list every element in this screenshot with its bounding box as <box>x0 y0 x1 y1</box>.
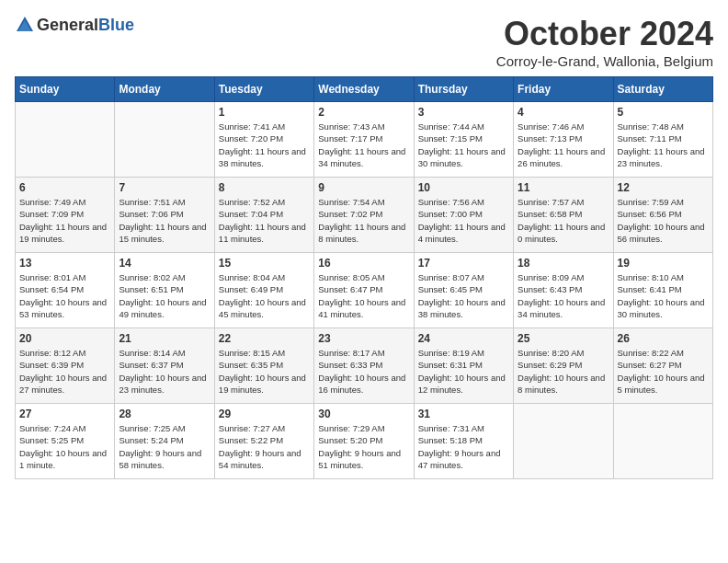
day-number: 12 <box>618 181 709 194</box>
calendar-header: SundayMondayTuesdayWednesdayThursdayFrid… <box>16 77 713 102</box>
calendar-cell: 25Sunrise: 8:20 AM Sunset: 6:29 PM Dayli… <box>514 328 613 404</box>
day-info: Sunrise: 7:24 AM Sunset: 5:25 PM Dayligh… <box>19 422 110 471</box>
day-info: Sunrise: 8:12 AM Sunset: 6:39 PM Dayligh… <box>19 347 110 396</box>
logo-icon <box>15 15 35 35</box>
calendar-cell: 13Sunrise: 8:01 AM Sunset: 6:54 PM Dayli… <box>16 253 115 328</box>
day-number: 6 <box>19 181 110 194</box>
day-info: Sunrise: 8:10 AM Sunset: 6:41 PM Dayligh… <box>618 271 709 320</box>
day-info: Sunrise: 7:44 AM Sunset: 7:15 PM Dayligh… <box>418 121 509 169</box>
day-number: 5 <box>618 106 709 119</box>
calendar-cell: 11Sunrise: 7:57 AM Sunset: 6:58 PM Dayli… <box>514 178 613 253</box>
day-info: Sunrise: 7:56 AM Sunset: 7:00 PM Dayligh… <box>418 196 509 245</box>
day-info: Sunrise: 8:07 AM Sunset: 6:45 PM Dayligh… <box>418 271 509 320</box>
day-info: Sunrise: 8:15 AM Sunset: 6:35 PM Dayligh… <box>219 347 310 396</box>
header-day-saturday: Saturday <box>613 77 712 102</box>
calendar-cell: 10Sunrise: 7:56 AM Sunset: 7:00 PM Dayli… <box>414 178 513 253</box>
day-info: Sunrise: 7:59 AM Sunset: 6:56 PM Dayligh… <box>618 196 709 245</box>
calendar-cell: 23Sunrise: 8:17 AM Sunset: 6:33 PM Dayli… <box>314 328 414 404</box>
day-number: 2 <box>318 106 409 119</box>
header-row: SundayMondayTuesdayWednesdayThursdayFrid… <box>16 77 713 102</box>
day-info: Sunrise: 8:02 AM Sunset: 6:51 PM Dayligh… <box>119 271 210 320</box>
day-number: 20 <box>19 332 110 345</box>
day-number: 1 <box>219 106 310 119</box>
day-info: Sunrise: 7:27 AM Sunset: 5:22 PM Dayligh… <box>219 422 310 471</box>
week-row-1: 1Sunrise: 7:41 AM Sunset: 7:20 PM Daylig… <box>16 102 713 178</box>
day-number: 27 <box>19 408 110 420</box>
day-number: 11 <box>518 181 609 194</box>
day-number: 4 <box>518 106 609 119</box>
calendar-cell: 9Sunrise: 7:54 AM Sunset: 7:02 PM Daylig… <box>314 178 414 253</box>
day-number: 25 <box>518 332 609 345</box>
calendar-cell <box>514 404 613 479</box>
calendar-cell: 22Sunrise: 8:15 AM Sunset: 6:35 PM Dayli… <box>214 328 313 404</box>
calendar-cell: 20Sunrise: 8:12 AM Sunset: 6:39 PM Dayli… <box>16 328 115 404</box>
day-number: 17 <box>418 257 509 270</box>
week-row-3: 13Sunrise: 8:01 AM Sunset: 6:54 PM Dayli… <box>16 253 713 328</box>
calendar-cell: 1Sunrise: 7:41 AM Sunset: 7:20 PM Daylig… <box>214 102 313 178</box>
calendar-cell: 17Sunrise: 8:07 AM Sunset: 6:45 PM Dayli… <box>414 253 513 328</box>
calendar-cell: 21Sunrise: 8:14 AM Sunset: 6:37 PM Dayli… <box>115 328 214 404</box>
day-info: Sunrise: 7:41 AM Sunset: 7:20 PM Dayligh… <box>219 121 310 169</box>
day-number: 7 <box>119 181 210 194</box>
day-number: 29 <box>219 408 310 420</box>
day-info: Sunrise: 7:29 AM Sunset: 5:20 PM Dayligh… <box>318 422 409 471</box>
day-info: Sunrise: 7:49 AM Sunset: 7:09 PM Dayligh… <box>19 196 110 245</box>
logo: GeneralBlue <box>15 15 134 35</box>
day-info: Sunrise: 8:19 AM Sunset: 6:31 PM Dayligh… <box>418 347 509 396</box>
day-number: 18 <box>518 257 609 270</box>
day-info: Sunrise: 7:54 AM Sunset: 7:02 PM Dayligh… <box>318 196 409 245</box>
day-number: 28 <box>119 408 210 420</box>
page-header: GeneralBlue October 2024 Corroy-le-Grand… <box>15 15 713 69</box>
day-number: 24 <box>418 332 509 345</box>
day-info: Sunrise: 7:52 AM Sunset: 7:04 PM Dayligh… <box>219 196 310 245</box>
calendar-cell: 12Sunrise: 7:59 AM Sunset: 6:56 PM Dayli… <box>613 178 712 253</box>
day-number: 16 <box>318 257 409 270</box>
day-info: Sunrise: 7:48 AM Sunset: 7:11 PM Dayligh… <box>618 121 709 169</box>
day-number: 10 <box>418 181 509 194</box>
week-row-4: 20Sunrise: 8:12 AM Sunset: 6:39 PM Dayli… <box>16 328 713 404</box>
day-number: 23 <box>318 332 409 345</box>
day-number: 22 <box>219 332 310 345</box>
day-number: 30 <box>318 408 409 420</box>
calendar-cell: 31Sunrise: 7:31 AM Sunset: 5:18 PM Dayli… <box>414 404 513 479</box>
location-subtitle: Corroy-le-Grand, Wallonia, Belgium <box>496 53 713 69</box>
day-info: Sunrise: 7:43 AM Sunset: 7:17 PM Dayligh… <box>318 121 409 169</box>
calendar-cell: 14Sunrise: 8:02 AM Sunset: 6:51 PM Dayli… <box>115 253 214 328</box>
calendar-cell: 15Sunrise: 8:04 AM Sunset: 6:49 PM Dayli… <box>214 253 313 328</box>
calendar-cell: 4Sunrise: 7:46 AM Sunset: 7:13 PM Daylig… <box>514 102 613 178</box>
day-number: 14 <box>119 257 210 270</box>
calendar-cell: 3Sunrise: 7:44 AM Sunset: 7:15 PM Daylig… <box>414 102 513 178</box>
calendar-table: SundayMondayTuesdayWednesdayThursdayFrid… <box>15 76 713 479</box>
day-number: 9 <box>318 181 409 194</box>
day-info: Sunrise: 8:22 AM Sunset: 6:27 PM Dayligh… <box>618 347 709 396</box>
header-day-friday: Friday <box>514 77 613 102</box>
calendar-cell <box>115 102 214 178</box>
calendar-cell: 30Sunrise: 7:29 AM Sunset: 5:20 PM Dayli… <box>314 404 414 479</box>
day-info: Sunrise: 8:14 AM Sunset: 6:37 PM Dayligh… <box>119 347 210 396</box>
calendar-cell: 5Sunrise: 7:48 AM Sunset: 7:11 PM Daylig… <box>613 102 712 178</box>
header-day-tuesday: Tuesday <box>214 77 313 102</box>
day-number: 3 <box>418 106 509 119</box>
day-info: Sunrise: 8:04 AM Sunset: 6:49 PM Dayligh… <box>219 271 310 320</box>
day-number: 15 <box>219 257 310 270</box>
week-row-5: 27Sunrise: 7:24 AM Sunset: 5:25 PM Dayli… <box>16 404 713 479</box>
day-info: Sunrise: 8:17 AM Sunset: 6:33 PM Dayligh… <box>318 347 409 396</box>
calendar-cell: 19Sunrise: 8:10 AM Sunset: 6:41 PM Dayli… <box>613 253 712 328</box>
day-info: Sunrise: 8:20 AM Sunset: 6:29 PM Dayligh… <box>518 347 609 396</box>
calendar-cell: 18Sunrise: 8:09 AM Sunset: 6:43 PM Dayli… <box>514 253 613 328</box>
calendar-cell: 24Sunrise: 8:19 AM Sunset: 6:31 PM Dayli… <box>414 328 513 404</box>
day-info: Sunrise: 8:05 AM Sunset: 6:47 PM Dayligh… <box>318 271 409 320</box>
calendar-cell: 6Sunrise: 7:49 AM Sunset: 7:09 PM Daylig… <box>16 178 115 253</box>
day-info: Sunrise: 7:57 AM Sunset: 6:58 PM Dayligh… <box>518 196 609 245</box>
header-day-thursday: Thursday <box>414 77 513 102</box>
calendar-cell: 28Sunrise: 7:25 AM Sunset: 5:24 PM Dayli… <box>115 404 214 479</box>
month-title: October 2024 <box>496 15 713 53</box>
calendar-cell: 29Sunrise: 7:27 AM Sunset: 5:22 PM Dayli… <box>214 404 313 479</box>
calendar-cell: 26Sunrise: 8:22 AM Sunset: 6:27 PM Dayli… <box>613 328 712 404</box>
calendar-cell: 16Sunrise: 8:05 AM Sunset: 6:47 PM Dayli… <box>314 253 414 328</box>
calendar-cell: 27Sunrise: 7:24 AM Sunset: 5:25 PM Dayli… <box>16 404 115 479</box>
day-number: 21 <box>119 332 210 345</box>
day-info: Sunrise: 7:46 AM Sunset: 7:13 PM Dayligh… <box>518 121 609 169</box>
day-info: Sunrise: 7:51 AM Sunset: 7:06 PM Dayligh… <box>119 196 210 245</box>
day-info: Sunrise: 8:01 AM Sunset: 6:54 PM Dayligh… <box>19 271 110 320</box>
